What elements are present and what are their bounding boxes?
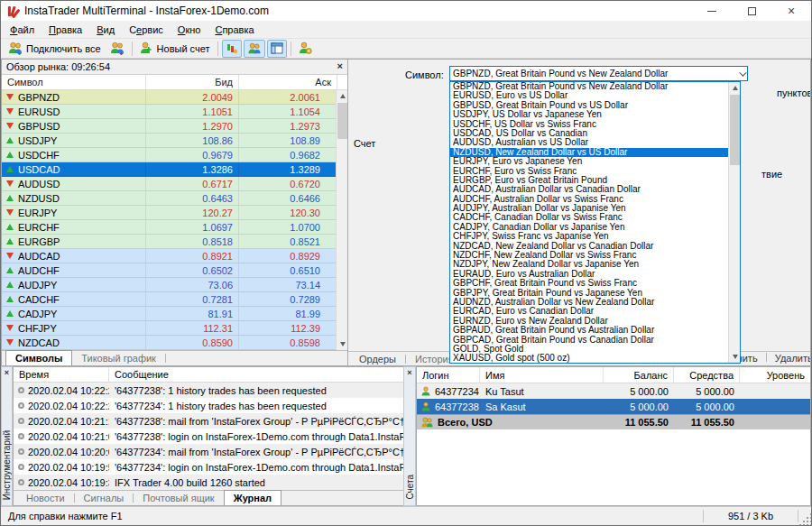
journal-row[interactable]: 2020.02.04 10:21:0...'64377238': login o… <box>14 429 467 444</box>
journal-row[interactable]: 2020.02.04 10:19:5...'64377234': login o… <box>14 459 467 475</box>
account-row-64377234[interactable]: 64377234Ku Tasut5 000.005 000.00 <box>417 383 810 399</box>
journal-rows: 2020.02.04 10:22:2...'64377238': 1 histo… <box>14 383 467 490</box>
scrollbar-thumb[interactable] <box>730 95 740 165</box>
titlebar: InstaTrader MultiTerminal - InstaForex-1… <box>1 1 811 21</box>
column-time[interactable]: Время <box>14 367 109 382</box>
tab-signals[interactable]: Сигналы <box>75 491 134 505</box>
journal-row[interactable]: 2020.02.04 10:20:0...'64377234': mail fr… <box>14 444 467 459</box>
resize-grip[interactable] <box>798 512 811 525</box>
market-row-EURJPY[interactable]: EURJPY120.27120.30 <box>2 206 336 220</box>
symbols-icon <box>226 42 238 55</box>
tab-news[interactable]: Новости <box>17 491 74 505</box>
market-row-CADCHF[interactable]: CADCHF0.72810.7289 <box>2 292 336 307</box>
column-symbol[interactable]: Символ <box>2 75 146 90</box>
market-row-EURUSD[interactable]: EURUSD1.10511.1054 <box>2 105 336 119</box>
accounts-close-icon[interactable]: × <box>407 368 411 377</box>
dropdown-scrollbar[interactable] <box>728 82 740 363</box>
minimize-button[interactable] <box>692 1 732 21</box>
delete-button[interactable]: Удалить <box>775 353 811 364</box>
close-button[interactable]: × <box>771 1 811 21</box>
menu-item-Правка[interactable]: Правка <box>42 23 89 37</box>
new-account-button[interactable]: Новый счет <box>135 39 215 58</box>
market-row-EURCHF[interactable]: EURCHF1.06971.0700 <box>2 220 336 235</box>
market-row-USDCHF[interactable]: USDCHF0.96790.9682 <box>2 148 336 162</box>
menu-item-Вид[interactable]: Вид <box>89 23 122 37</box>
market-watch-caption: Обзор рынка: 09:26:54 × <box>2 60 347 75</box>
maximize-button[interactable] <box>732 1 771 21</box>
column-name[interactable]: Имя <box>480 367 604 383</box>
scroll-down-icon[interactable] <box>729 351 741 363</box>
scroll-up-icon[interactable] <box>729 82 741 94</box>
symbol-name: GBPUSD <box>18 121 60 132</box>
market-row-NZDUSD[interactable]: NZDUSD0.64630.6466 <box>2 191 336 206</box>
menu-item-Окно[interactable]: Окно <box>171 23 208 37</box>
symbol-name: USDCHF <box>18 150 60 161</box>
column-bid[interactable]: Бид <box>146 75 239 90</box>
accounts-toggle[interactable] <box>244 40 265 58</box>
symbol-name: EURUSD <box>18 106 60 117</box>
market-row-CHFJPY[interactable]: CHFJPY112.31112.39 <box>2 321 336 336</box>
scrollbar-thumb[interactable] <box>337 103 347 139</box>
account-balance: 5 000.00 <box>604 401 674 412</box>
market-row-USDCAD[interactable]: USDCAD1.32861.3289 <box>2 162 336 177</box>
dropdown-item-EURJPY[interactable]: EURJPY, Euro vs Japanese Yen <box>450 157 728 166</box>
tab-symbols[interactable]: Символы <box>5 350 72 365</box>
market-row-AUDUSD[interactable]: AUDUSD0.67170.6720 <box>2 177 336 191</box>
tab-mailbox[interactable]: Почтовый ящик <box>134 491 223 505</box>
account-settings-button[interactable] <box>294 39 317 58</box>
column-login[interactable]: Логин <box>417 367 480 383</box>
menu-item-Справка[interactable]: Справка <box>208 23 261 37</box>
terminal-close-icon[interactable]: × <box>5 368 9 377</box>
column-balance[interactable]: Баланс <box>604 367 674 383</box>
gear-icon <box>18 433 24 439</box>
account-row-64377238[interactable]: 64377238Sa Kasut5 000.005 000.00 <box>417 399 810 414</box>
tab-journal[interactable]: Журнал <box>224 490 281 505</box>
market-row-AUDCHF[interactable]: AUDCHF0.65020.6510 <box>2 263 336 278</box>
journal-row[interactable]: 2020.02.04 10:19:3...IFX Trader 4.00 bui… <box>14 475 467 490</box>
arrow-up-icon <box>6 310 14 317</box>
dropdown-item-GBPAUD[interactable]: GBPAUD, Great Britain Pound vs Australia… <box>450 326 728 335</box>
market-watch-toggle[interactable] <box>222 40 242 58</box>
market-row-GBPUSD[interactable]: GBPUSD1.29701.2973 <box>2 119 336 134</box>
column-equity[interactable]: Средства <box>674 367 740 383</box>
journal-time: 2020.02.04 10:20:0... <box>28 447 109 457</box>
account-login: 64377234 <box>435 386 479 397</box>
bid-value: 0.6717 <box>146 177 239 190</box>
layout-toggle[interactable] <box>267 40 287 58</box>
column-level[interactable]: Уровень <box>740 367 810 383</box>
symbol-combobox[interactable]: GBPNZD, Great Britain Pound vs New Zeala… <box>449 66 748 81</box>
journal-row[interactable]: 2020.02.04 10:22:2...'64377234': 1 histo… <box>14 398 467 413</box>
ask-value: 1.0700 <box>239 220 326 234</box>
menu-item-Файл[interactable]: Файл <box>3 23 42 37</box>
scroll-down-icon[interactable] <box>337 338 348 350</box>
market-watch-close-icon[interactable]: × <box>337 61 343 71</box>
journal-row[interactable]: 2020.02.04 10:21:1...'64377238': mail fr… <box>14 413 467 429</box>
market-row-GBPNZD[interactable]: GBPNZD2.00492.0061 <box>2 90 336 105</box>
column-ask[interactable]: Аск <box>239 75 337 90</box>
tab-tick-chart[interactable]: Тиковый график <box>72 351 165 365</box>
menu-item-Сервис[interactable]: Сервис <box>122 23 171 37</box>
journal-row[interactable]: 2020.02.04 10:22:2...'64377238': 1 histo… <box>14 383 467 398</box>
maximize-icon <box>748 7 756 15</box>
market-row-EURGBP[interactable]: EURGBP0.85180.8521 <box>2 235 336 249</box>
dropdown-item-XAUUSD[interactable]: XAUUSD, Gold spot (500 oz) <box>450 354 728 363</box>
connect-all-button[interactable]: Подключить все <box>4 39 106 58</box>
market-row-AUDJPY[interactable]: AUDJPY73.0673.14 <box>2 278 336 292</box>
market-watch-title: Обзор рынка: 09:26:54 <box>6 61 110 72</box>
bid-value: 1.0697 <box>146 220 239 234</box>
arrow-down-icon <box>6 325 14 331</box>
tab-orders[interactable]: Ордеры <box>350 352 405 365</box>
dropdown-item-USDJPY[interactable]: USDJPY, US Dollar vs Japanese Yen <box>450 110 728 119</box>
symbol-name: CADCHF <box>18 294 60 305</box>
symbol-name: EURCHF <box>18 222 60 233</box>
market-row-AUDCAD[interactable]: AUDCAD0.89210.8929 <box>2 249 336 263</box>
market-row-CADJPY[interactable]: CADJPY81.9181.99 <box>2 307 336 321</box>
disconnect-all-button[interactable] <box>106 39 129 58</box>
market-row-NZDCAD[interactable]: NZDCAD0.85900.8598 <box>2 336 336 350</box>
bid-value: 81.91 <box>146 307 239 320</box>
journal-time: 2020.02.04 10:21:1... <box>28 416 109 427</box>
journal-time: 2020.02.04 10:19:5... <box>28 462 109 473</box>
scroll-up-icon[interactable] <box>337 90 348 102</box>
market-watch-scrollbar[interactable] <box>336 90 347 350</box>
market-row-USDJPY[interactable]: USDJPY108.86108.89 <box>2 134 336 148</box>
